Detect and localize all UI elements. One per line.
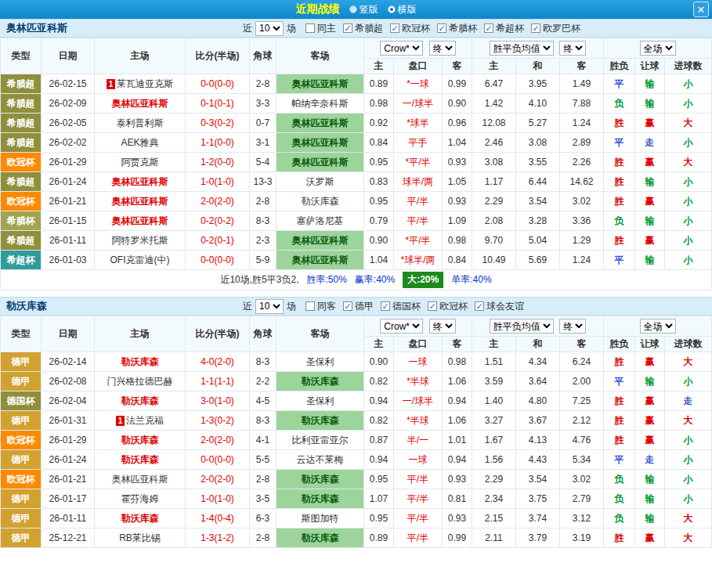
summary-stat: 胜率:50% (306, 273, 346, 287)
corner-cell: 8-3 (250, 352, 276, 372)
asian-away-odds-cell: 0.98 (443, 231, 472, 251)
euro-final-select[interactable]: 终 (559, 41, 586, 56)
away-team-cell: 勒沃库森 (276, 470, 364, 489)
home-team-name: RB莱比锡 (119, 532, 161, 543)
asian-away-odds-cell: 0.96 (443, 114, 472, 133)
score-cell: 0-2(0-1) (186, 231, 250, 251)
filter-checkbox[interactable]: ✓希超杯 (484, 22, 524, 35)
euro-away-odds-cell: 3.19 (560, 528, 604, 548)
layout-vertical-radio[interactable]: 竖版 (349, 3, 378, 16)
handicap-result-cell: 输 (635, 372, 665, 391)
handicap-result-cell: 输 (635, 94, 665, 114)
score-cell: 1-2(0-0) (186, 153, 250, 172)
result-cell: 负 (604, 211, 635, 231)
euro-avg-select[interactable]: 胜平负均值 (490, 319, 554, 334)
col-header-goals: 进球数 (665, 337, 712, 352)
asian-final-select[interactable]: 终 (429, 41, 456, 56)
euro-home-odds-cell: 2.11 (472, 528, 516, 548)
away-team-cell: 奥林匹亚科斯 (276, 231, 364, 251)
handicap-result-cell: 赢 (635, 528, 665, 548)
home-team-name: 奥林匹亚科斯 (112, 196, 168, 207)
handicap-result-cell: 输 (635, 251, 665, 270)
filter-checkbox[interactable]: ✓德甲 (343, 300, 374, 313)
goals-cell: 大 (665, 509, 712, 528)
match-scope-select[interactable]: 全场 (640, 41, 676, 56)
odds-company-select[interactable]: Crow* (380, 41, 423, 56)
home-team-name: 勒沃库森 (121, 395, 159, 406)
result-cell: 胜 (604, 411, 635, 431)
score-cell: 1-3(0-2) (186, 411, 250, 431)
date-cell: 26-01-21 (42, 192, 95, 211)
euro-away-odds-cell: 1.49 (560, 74, 604, 94)
match-row: 希超杯26-01-03OFI克雷迪(中)0-0(0-0)5-9奥林匹亚科斯1.0… (1, 251, 712, 270)
filter-checkbox[interactable]: 同主 (305, 22, 336, 35)
home-team-name: 莱瓦迪亚克斯 (117, 78, 173, 89)
euro-draw-odds-cell: 5.69 (516, 251, 560, 270)
filter-checkbox[interactable]: ✓希腊杯 (437, 22, 477, 35)
euro-home-odds-cell: 2.29 (472, 470, 516, 489)
score-cell: 4-0(2-0) (186, 352, 250, 372)
euro-avg-select[interactable]: 胜平负均值 (490, 41, 554, 56)
home-team-name: 阿贾克斯 (121, 157, 159, 168)
handicap-result-cell: 走 (635, 450, 665, 470)
league-cell: 欧冠杯 (1, 192, 42, 211)
recent-suffix-label: 场 (287, 300, 296, 313)
recent-count-select[interactable]: 10 (255, 21, 284, 36)
away-team-name: 勒沃库森 (302, 474, 339, 485)
handicap-result-cell: 输 (635, 172, 665, 192)
handicap-cell: *一球 (394, 74, 443, 94)
checkbox-checked-icon: ✓ (437, 23, 446, 33)
layout-horizontal-radio[interactable]: 横版 (388, 3, 417, 16)
odds-company-select[interactable]: Crow* (380, 319, 423, 334)
filter-checkbox[interactable]: ✓欧冠杯 (428, 300, 468, 313)
asian-final-select[interactable]: 终 (429, 319, 456, 334)
score-cell: 1-1(0-0) (186, 133, 250, 153)
corner-cell: 4-5 (250, 391, 276, 411)
asian-home-odds-cell: 1.04 (364, 251, 394, 270)
date-cell: 26-02-08 (42, 372, 95, 391)
match-row: 德甲26-01-17霍芬海姆1-0(1-0)3-5勒沃库森1.07平/半0.81… (1, 489, 712, 509)
result-cell: 负 (604, 94, 635, 114)
asian-away-odds-cell: 0.98 (443, 352, 472, 372)
asian-home-odds-cell: 0.98 (364, 94, 394, 114)
date-cell: 26-02-15 (42, 74, 95, 94)
topbar: 近期战绩 竖版 横版 ✕ (0, 0, 712, 19)
filter-checkbox[interactable]: ✓球会友谊 (475, 300, 524, 313)
league-cell: 德甲 (1, 489, 42, 509)
filter-checkbox[interactable]: 同客 (305, 300, 336, 313)
radio-unselected-icon (349, 5, 357, 13)
away-team-cell: 比利亚雷亚尔 (276, 431, 364, 450)
checkbox-checked-icon: ✓ (343, 23, 352, 33)
match-scope-select[interactable]: 全场 (640, 319, 676, 334)
league-cell: 德甲 (1, 372, 42, 391)
home-team-name: 奥林匹亚科斯 (112, 98, 168, 109)
euro-home-odds-cell: 1.67 (472, 431, 516, 450)
euro-home-odds-cell: 2.29 (472, 192, 516, 211)
euro-final-select[interactable]: 终 (559, 319, 586, 334)
home-team-cell: 阿贾克斯 (95, 153, 186, 172)
match-row: 欧冠杯26-01-21奥林匹亚科斯2-0(2-0)2-8勒沃库森0.95平/半0… (1, 192, 712, 211)
away-team-cell: 奥林匹亚科斯 (276, 133, 364, 153)
col-header-type: 类型 (1, 316, 42, 352)
home-team-name: 奥林匹亚科斯 (112, 176, 168, 187)
away-team-name: 帕纳辛奈科斯 (292, 98, 349, 109)
result-cell: 平 (604, 372, 635, 391)
euro-home-odds-cell: 12.08 (472, 114, 516, 133)
col-header-type: 类型 (1, 38, 42, 74)
filter-checkbox[interactable]: ✓欧罗巴杯 (531, 22, 580, 35)
score-cell: 3-0(1-0) (186, 391, 250, 411)
corner-cell: 6-3 (250, 509, 276, 528)
euro-home-odds-cell: 1.42 (472, 94, 516, 114)
close-button[interactable]: ✕ (693, 2, 709, 17)
col-header-home: 主场 (95, 38, 186, 74)
date-cell: 26-01-15 (42, 211, 95, 231)
euro-home-odds-cell: 1.17 (472, 172, 516, 192)
result-cell: 胜 (604, 528, 635, 548)
filter-checkbox[interactable]: ✓希腊超 (343, 22, 383, 35)
col-header-goals: 进球数 (665, 59, 712, 74)
recent-prefix-label: 近 (243, 300, 252, 313)
euro-home-odds-cell: 3.08 (472, 153, 516, 172)
filter-checkbox[interactable]: ✓德国杯 (381, 300, 421, 313)
filter-checkbox[interactable]: ✓欧冠杯 (390, 22, 430, 35)
recent-count-select[interactable]: 10 (255, 299, 284, 314)
